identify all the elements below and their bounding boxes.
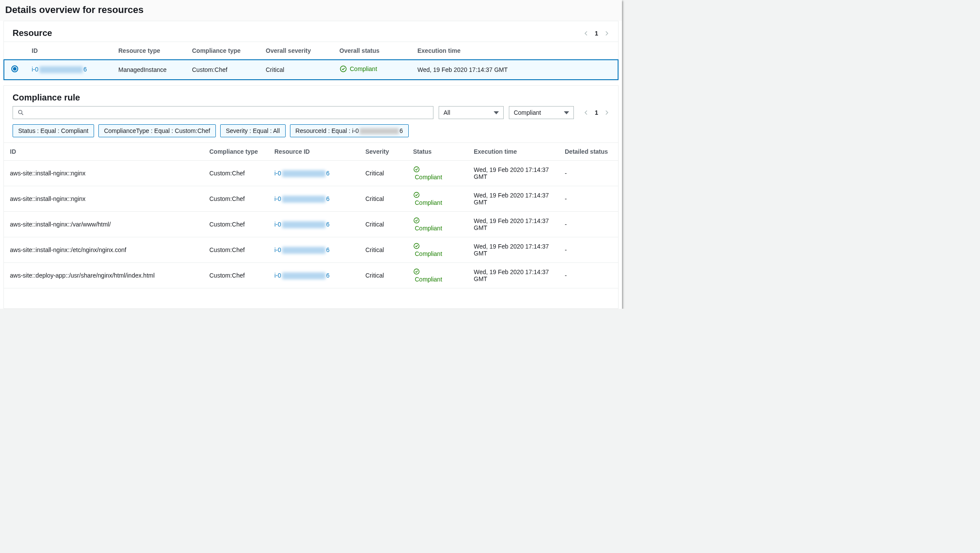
execution-time-cell: Wed, 19 Feb 2020 17:14:37 GMT — [411, 60, 618, 80]
id-prefix: i-0 — [274, 221, 281, 228]
col-overall-status: Overall status — [333, 42, 411, 60]
status-select[interactable]: Compliant — [509, 106, 574, 119]
rule-detailed-status-cell: - — [559, 186, 618, 212]
resource-table: ID Resource type Compliance type Overall… — [4, 42, 618, 80]
severity-select[interactable]: All — [439, 106, 504, 119]
col-execution-time: Execution time — [411, 42, 618, 60]
chevron-left-icon[interactable] — [583, 31, 589, 36]
id-prefix: i-0 — [274, 246, 281, 253]
rule-status-badge: Compliant — [413, 191, 462, 206]
resource-id-link[interactable]: i-06 — [32, 66, 87, 73]
id-mask — [282, 196, 326, 203]
rule-status-badge: Compliant — [413, 268, 462, 283]
check-circle-icon — [413, 217, 420, 224]
col-rule-execution-time: Execution time — [468, 143, 559, 161]
id-mask — [282, 272, 326, 279]
resource-type-cell: ManagedInstance — [112, 60, 186, 80]
page-title: Details overview for resources — [0, 0, 622, 21]
rule-status-text: Compliant — [415, 174, 462, 181]
id-suffix: 6 — [326, 246, 330, 253]
check-circle-icon — [413, 166, 420, 173]
id-suffix: 6 — [326, 195, 330, 202]
svg-line-2 — [22, 113, 23, 115]
id-suffix: 6 — [326, 170, 330, 177]
severity-select-value: All — [443, 109, 450, 116]
rule-compliance-type-cell: Custom:Chef — [203, 263, 268, 288]
resource-page-number: 1 — [595, 30, 598, 37]
id-suffix: 6 — [326, 221, 330, 228]
col-id: ID — [26, 42, 112, 60]
rule-resource-id-link[interactable]: i-06 — [274, 272, 329, 279]
rule-resource-id-link[interactable]: i-06 — [274, 195, 329, 203]
id-mask — [282, 170, 326, 177]
id-prefix: i-0 — [274, 272, 281, 279]
rule-status-text: Compliant — [415, 276, 462, 283]
search-icon — [17, 109, 24, 116]
filter-chip-status[interactable]: Status : Equal : Compliant — [13, 124, 94, 137]
svg-point-0 — [340, 66, 346, 72]
rule-execution-time-cell: Wed, 19 Feb 2020 17:14:37 GMT — [468, 237, 559, 263]
svg-point-3 — [414, 167, 419, 172]
rules-header-row: ID Compliance type Resource ID Severity … — [4, 143, 618, 161]
rule-resource-id-link[interactable]: i-06 — [274, 246, 329, 254]
resource-header-row: ID Resource type Compliance type Overall… — [4, 42, 618, 60]
filter-chip-resource-id[interactable]: ResourceId : Equal : i-06 — [290, 124, 409, 137]
id-prefix: i-0 — [32, 66, 39, 73]
rule-execution-time-cell: Wed, 19 Feb 2020 17:14:37 GMT — [468, 263, 559, 288]
compliance-type-cell: Custom:Chef — [186, 60, 260, 80]
rule-resource-id-link[interactable]: i-06 — [274, 221, 329, 228]
rule-severity-cell: Critical — [359, 263, 407, 288]
id-prefix: i-0 — [274, 170, 281, 177]
check-circle-icon — [413, 243, 420, 249]
resource-paginator: 1 — [583, 30, 609, 37]
filter-chip-compliance-type[interactable]: ComplianceType : Equal : Custom:Chef — [98, 124, 216, 137]
rule-compliance-type-cell: Custom:Chef — [203, 186, 268, 212]
chevron-right-icon[interactable] — [604, 110, 609, 115]
id-mask — [39, 66, 83, 73]
check-circle-icon — [413, 191, 420, 198]
rule-severity-cell: Critical — [359, 161, 407, 186]
status-select-value: Compliant — [514, 109, 541, 116]
rule-detailed-status-cell: - — [559, 161, 618, 186]
chip-suffix: 6 — [400, 127, 403, 134]
id-suffix: 6 — [84, 66, 87, 73]
chevron-right-icon[interactable] — [604, 31, 609, 36]
rule-compliance-type-cell: Custom:Chef — [203, 161, 268, 186]
rule-resource-id-link[interactable]: i-06 — [274, 170, 329, 177]
rule-row: aws-site::deploy-app::/usr/share/nginx/h… — [4, 263, 618, 288]
col-rule-compliance-type: Compliance type — [203, 143, 268, 161]
resource-panel: Resource 1 ID Resource type Compliance t… — [3, 21, 619, 80]
svg-point-4 — [414, 192, 419, 197]
rule-id-cell: aws-site::install-nginx::nginx — [4, 161, 203, 186]
search-input-container[interactable] — [13, 106, 433, 119]
rule-execution-time-cell: Wed, 19 Feb 2020 17:14:37 GMT — [468, 212, 559, 237]
rule-status-badge: Compliant — [413, 166, 462, 181]
resource-row[interactable]: i-06 ManagedInstance Custom:Chef Critica… — [4, 60, 618, 80]
rule-severity-cell: Critical — [359, 237, 407, 263]
check-circle-icon — [413, 268, 420, 275]
col-rule-id: ID — [4, 143, 203, 161]
rule-execution-time-cell: Wed, 19 Feb 2020 17:14:37 GMT — [468, 186, 559, 212]
radio-selected[interactable] — [11, 65, 18, 72]
rule-status-text: Compliant — [415, 225, 462, 232]
compliance-rule-panel: Compliance rule All Compliant 1 Status — [3, 85, 619, 309]
col-rule-severity: Severity — [359, 143, 407, 161]
rule-id-cell: aws-site::install-nginx::/var/www/html/ — [4, 212, 203, 237]
rule-row: aws-site::install-nginx::/var/www/html/ … — [4, 212, 618, 237]
search-input[interactable] — [24, 109, 429, 116]
severity-cell: Critical — [260, 60, 333, 80]
resource-panel-title: Resource — [13, 28, 52, 38]
rule-detailed-status-cell: - — [559, 237, 618, 263]
rule-detailed-status-cell: - — [559, 212, 618, 237]
rule-severity-cell: Critical — [359, 212, 407, 237]
rule-compliance-type-cell: Custom:Chef — [203, 237, 268, 263]
caret-down-icon — [494, 111, 499, 114]
rule-row: aws-site::install-nginx::/etc/nginx/ngin… — [4, 237, 618, 263]
col-overall-severity: Overall severity — [260, 42, 333, 60]
id-mask — [282, 221, 326, 228]
filter-chip-severity[interactable]: Severity : Equal : All — [220, 124, 286, 137]
svg-point-7 — [414, 269, 419, 274]
chevron-left-icon[interactable] — [583, 110, 589, 115]
svg-point-1 — [19, 110, 22, 114]
col-resource-type: Resource type — [112, 42, 186, 60]
